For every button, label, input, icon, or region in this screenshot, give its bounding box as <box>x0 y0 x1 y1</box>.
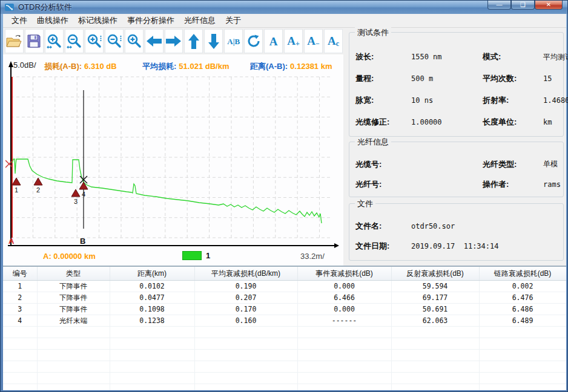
arrow-down-icon <box>207 33 220 50</box>
field-label: 操作者: <box>483 179 543 190</box>
field-value: 500 m <box>411 74 483 83</box>
center-a-button[interactable]: Ac <box>324 29 343 53</box>
field-value: km <box>543 118 563 126</box>
chart-panel: 1234AB 5.0dB/ 损耗(A-B):6.310 dB 平均损耗:51.0… <box>3 54 343 266</box>
marker-ab-icon: A|B <box>227 38 240 45</box>
empty-cell <box>194 327 297 338</box>
close-button[interactable]: ✕ <box>535 1 563 10</box>
window-title: OTDR分析软件 <box>18 2 72 13</box>
stat-loss-ab-label: 损耗(A-B): <box>44 62 82 71</box>
pan-left-button[interactable] <box>145 29 163 53</box>
event-row[interactable]: 3下降事件0.10980.1700.00050.6916.486 <box>3 304 566 315</box>
folder-open-icon <box>5 34 22 48</box>
event-table-container: 编号类型距离(km)平均衰减损耗(dB/km)事件衰减损耗(dB)反射衰减损耗(… <box>3 266 566 390</box>
menu-curve-ops[interactable]: 曲线操作 <box>32 14 73 27</box>
zoom-in-a-button[interactable]: A+ <box>284 29 303 53</box>
empty-row <box>3 384 566 391</box>
field-value: 平均测试 <box>543 52 568 62</box>
empty-cell <box>391 350 479 361</box>
zoom-in-vertical-button[interactable] <box>85 29 104 53</box>
event-cell: 0.160 <box>194 315 297 327</box>
menu-event-analysis-ops[interactable]: 事件分析操作 <box>122 14 179 27</box>
menu-file[interactable]: 文件 <box>7 14 32 27</box>
stat-loss-ab: 损耗(A-B):6.310 dB <box>44 61 117 72</box>
menu-marker-line-ops[interactable]: 标记线操作 <box>73 14 122 27</box>
pan-down-button[interactable] <box>204 29 223 53</box>
center-a-icon: Ac <box>328 35 339 47</box>
field-label: 模式: <box>483 51 543 62</box>
event-row[interactable]: 1下降事件0.01020.1900.00059.5940.002 <box>3 281 566 292</box>
trace-legend-label: 1 <box>206 251 210 260</box>
empty-row <box>3 327 566 338</box>
empty-cell <box>3 373 37 384</box>
trace-legend-swatch <box>182 251 202 260</box>
stat-loss-ab-value: 6.310 dB <box>84 62 116 71</box>
event-cell: 0.207 <box>194 292 297 304</box>
empty-cell <box>37 338 110 350</box>
pan-right-button[interactable] <box>165 29 183 53</box>
marker-a-button[interactable]: A <box>264 29 283 53</box>
maximize-button[interactable]: ❑ <box>511 1 535 10</box>
event-cell: 6.476 <box>479 292 566 304</box>
zoom-in-v-icon <box>86 33 102 50</box>
empty-cell <box>479 338 566 350</box>
zoom-in-button[interactable] <box>125 29 144 53</box>
marker-ab-button[interactable]: A|B <box>224 29 243 53</box>
arrow-up-icon <box>187 33 200 50</box>
empty-cell <box>194 338 297 350</box>
zoom-in-horizontal-button[interactable] <box>45 29 64 53</box>
empty-cell <box>37 384 110 391</box>
field-value: 2019.09.17 11:34:14 <box>411 242 563 250</box>
open-file-button[interactable] <box>5 29 24 53</box>
field-value: rams <box>543 180 563 189</box>
column-header: 平均衰减损耗(dB/km) <box>194 267 297 281</box>
zoom-out-vertical-button[interactable] <box>105 29 124 53</box>
otdr-trace-chart[interactable]: 1234AB 5.0dB/ 损耗(A-B):6.310 dB 平均损耗:51.0… <box>5 59 340 249</box>
file-info-title: 文件 <box>355 198 375 209</box>
event-cell: 0.0477 <box>110 292 194 304</box>
panel-row: 文件名:otdr50.sor <box>349 216 563 236</box>
empty-row <box>3 373 566 384</box>
empty-cell <box>3 361 37 373</box>
minimize-button[interactable]: — <box>487 1 511 10</box>
empty-cell <box>110 361 194 373</box>
event-cell: 6.486 <box>479 304 566 315</box>
empty-cell <box>297 384 391 391</box>
chart-bottom-bar: A: 0.00000 km 1 33.2m/ <box>3 249 343 266</box>
event-cell: 0.1238 <box>110 315 194 327</box>
pan-up-button[interactable] <box>184 29 203 53</box>
event-row[interactable]: 2下降事件0.04770.2076.46669.1776.476 <box>3 292 566 304</box>
field-label: 平均次数: <box>483 73 543 84</box>
event-cell: 6.466 <box>297 292 391 304</box>
fiber-info-title: 光纤信息 <box>355 137 391 148</box>
marker-a-letter: A <box>8 237 15 246</box>
marker-a-position: A: 0.00000 km <box>43 252 96 261</box>
empty-cell <box>479 327 566 338</box>
empty-cell <box>110 373 194 384</box>
file-info-group: 文件 文件名:otdr50.sor文件日期:2019.09.17 11:34:1… <box>349 203 564 261</box>
stat-distance-ab-label: 距离(A-B): <box>250 62 288 71</box>
zoom-out-a-button[interactable]: A− <box>304 29 323 53</box>
event-marker-2[interactable] <box>34 178 42 185</box>
event-marker-3[interactable] <box>71 189 80 197</box>
window-controls: — ❑ ✕ <box>487 1 563 10</box>
refresh-button[interactable] <box>244 29 263 53</box>
menu-about[interactable]: 关于 <box>220 14 246 27</box>
column-header: 链路衰减损耗(dB) <box>479 267 566 281</box>
event-marker-1[interactable] <box>12 178 21 185</box>
zoom-out-horizontal-button[interactable] <box>65 29 84 53</box>
event-cell: 0.000 <box>297 304 391 315</box>
empty-cell <box>37 361 110 373</box>
event-table-body: 1下降事件0.01020.1900.00059.5940.0022下降事件0.0… <box>3 281 566 391</box>
event-marker-label-1: 1 <box>15 186 18 194</box>
menu-fiber-info[interactable]: 光纤信息 <box>179 14 220 27</box>
event-cell: 6.489 <box>479 315 566 327</box>
empty-cell <box>3 338 37 350</box>
test-conditions-title: 测试条件 <box>355 27 391 38</box>
event-row[interactable]: 4光纤末端0.12380.160------62.0636.489 <box>3 315 566 327</box>
right-panel: 测试条件 波长:1550 nm模式:平均测试量程:500 m平均次数:15脉宽:… <box>343 28 566 266</box>
field-label: 文件名: <box>355 221 411 232</box>
save-file-button[interactable] <box>25 29 44 53</box>
x-scale-label: 33.2m/ <box>300 252 325 261</box>
field-label: 脉宽: <box>355 95 411 106</box>
